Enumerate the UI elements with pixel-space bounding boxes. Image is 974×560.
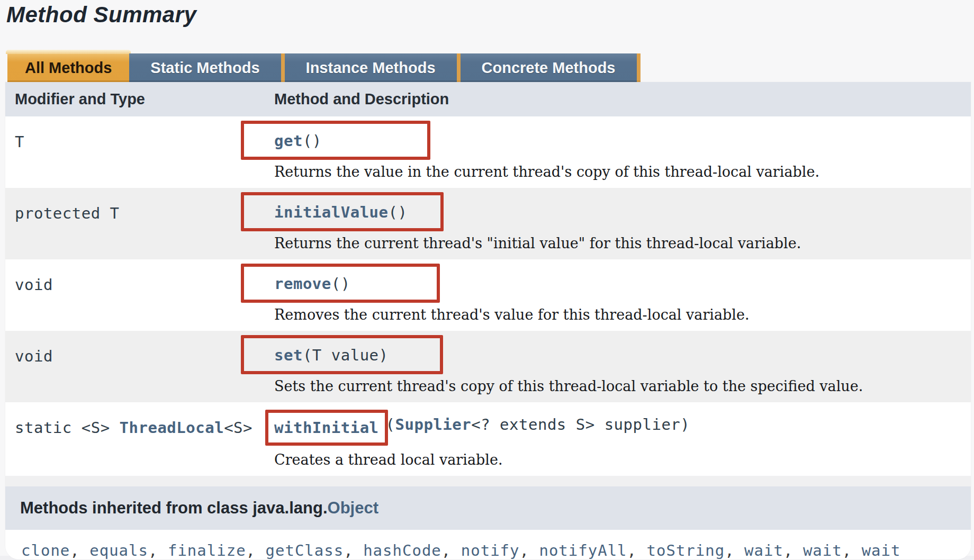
method-link[interactable]: Supplier	[395, 416, 472, 433]
tab-static-methods[interactable]: Static Methods	[129, 53, 281, 82]
method-description: Returns the value in the current thread'…	[274, 162, 963, 182]
inherited-methods-header: Methods inherited from class java.lang.O…	[5, 486, 971, 530]
inherited-method-link[interactable]: hashCode	[363, 541, 441, 559]
column-header-modifier: Modifier and Type	[5, 91, 266, 108]
method-filter-tabs: All MethodsStatic MethodsInstance Method…	[7, 53, 974, 82]
code-text: (	[386, 416, 395, 433]
method-signature: withInitial(Supplier<? extends S> suppli…	[274, 410, 963, 446]
method-row: voidset(T value)Sets the current thread'…	[5, 331, 971, 402]
code-text: <S>	[224, 419, 252, 437]
code-text: (T value)	[303, 346, 389, 364]
list-comma: ,	[246, 541, 266, 559]
method-link[interactable]: remove	[274, 275, 331, 293]
method-row: static <S> ThreadLocal<S>withInitial(Sup…	[5, 402, 971, 476]
list-comma: ,	[627, 541, 647, 559]
modifier-cell: T	[5, 116, 266, 188]
inherited-methods-list: clone, equals, finalize, getClass, hashC…	[5, 530, 971, 559]
inherited-method-link[interactable]: toString	[647, 541, 725, 559]
modifier-cell: void	[5, 331, 266, 402]
method-cell: get()Returns the value in the current th…	[266, 116, 971, 188]
modifier-cell: static <S> ThreadLocal<S>	[5, 402, 266, 476]
inherited-method-link[interactable]: wait	[862, 541, 901, 559]
page-title: Method Summary	[6, 2, 974, 28]
method-description: Returns the current thread's "initial va…	[274, 234, 963, 253]
list-comma: ,	[148, 541, 168, 559]
list-comma: ,	[842, 541, 862, 559]
method-cell: remove()Removes the current thread's val…	[266, 259, 971, 331]
method-row: protected TinitialValue()Returns the cur…	[5, 188, 971, 259]
annotation-box: initialValue()	[241, 192, 444, 231]
inherited-method-link[interactable]: clone	[21, 541, 70, 559]
list-comma: ,	[441, 541, 461, 559]
code-text: ()	[303, 132, 322, 150]
table-header-row: Modifier and Type Method and Description	[5, 82, 971, 116]
code-text: T	[15, 133, 24, 151]
method-link[interactable]: ThreadLocal	[120, 419, 224, 437]
table-bottom-strip	[5, 476, 971, 486]
code-text: void	[15, 276, 53, 294]
method-summary-page: Method Summary All MethodsStatic Methods…	[0, 0, 974, 560]
list-comma: ,	[70, 541, 89, 559]
code-text: ()	[331, 275, 350, 293]
inherited-method-link[interactable]: finalize	[168, 541, 246, 559]
inherited-method-link[interactable]: wait	[744, 541, 783, 559]
tab-concrete-methods[interactable]: Concrete Methods	[461, 53, 637, 82]
list-comma: ,	[725, 541, 744, 559]
method-cell: initialValue()Returns the current thread…	[266, 188, 971, 259]
modifier-cell: void	[5, 259, 266, 331]
modifier-cell: protected T	[5, 188, 266, 259]
method-description: Removes the current thread's value for t…	[274, 305, 963, 324]
method-table-body: Tget()Returns the value in the current t…	[5, 116, 971, 476]
list-comma: ,	[344, 541, 363, 559]
annotation-box: get()	[241, 121, 430, 160]
code-text: ()	[389, 203, 408, 221]
object-class-link[interactable]: Object	[328, 499, 378, 518]
tab-separator	[281, 53, 285, 82]
method-cell: set(T value)Sets the current thread's co…	[266, 331, 971, 402]
method-link[interactable]: get	[274, 132, 303, 150]
annotation-box: set(T value)	[241, 335, 443, 374]
method-link[interactable]: initialValue	[274, 203, 389, 221]
inherited-method-link[interactable]: notify	[461, 541, 520, 559]
annotation-box: remove()	[241, 264, 440, 303]
method-row: voidremove()Removes the current thread's…	[5, 259, 971, 331]
method-description: Sets the current thread's copy of this t…	[274, 377, 963, 396]
inherited-method-link[interactable]: wait	[803, 541, 842, 559]
code-text: void	[15, 347, 53, 365]
inherited-method-link[interactable]: getClass	[266, 541, 344, 559]
method-description: Creates a thread local variable.	[274, 450, 963, 469]
method-link[interactable]: withInitial	[274, 419, 379, 437]
list-comma: ,	[520, 541, 539, 559]
list-comma: ,	[783, 541, 803, 559]
inherited-methods-title: Methods inherited from class java.lang.	[20, 499, 328, 518]
tab-separator	[637, 53, 641, 82]
inherited-method-link[interactable]: equals	[89, 541, 148, 559]
code-text: static <S>	[15, 419, 120, 437]
method-summary-panel: Modifier and Type Method and Description…	[5, 82, 971, 559]
method-row: Tget()Returns the value in the current t…	[5, 116, 971, 188]
tab-separator	[457, 53, 461, 82]
method-cell: withInitial(Supplier<? extends S> suppli…	[266, 402, 971, 476]
method-link[interactable]: set	[274, 346, 303, 364]
annotation-box: withInitial	[265, 410, 388, 446]
inherited-method-link[interactable]: notifyAll	[539, 541, 627, 559]
code-text: <? extends S> supplier)	[471, 416, 690, 433]
tab-instance-methods[interactable]: Instance Methods	[285, 53, 457, 82]
tab-all-methods[interactable]: All Methods	[7, 53, 129, 82]
code-text: protected T	[15, 204, 120, 222]
column-header-method: Method and Description	[266, 91, 971, 108]
